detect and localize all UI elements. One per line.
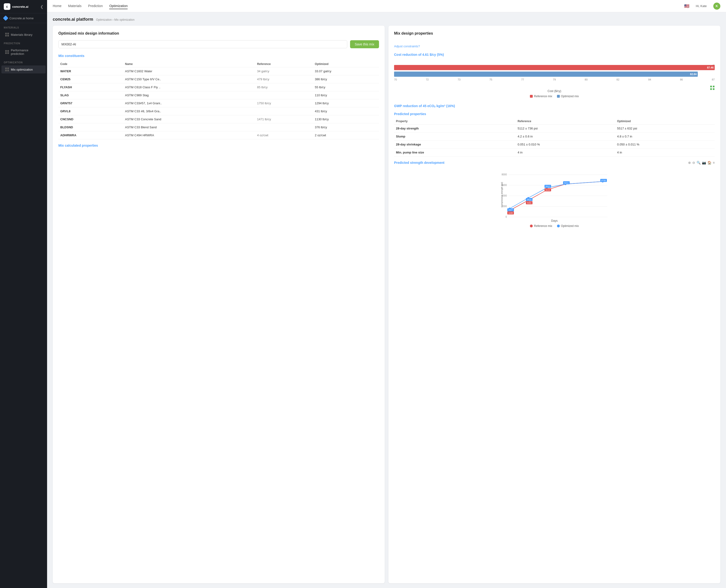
cell-optimized: 386 lb/cy [313, 75, 379, 83]
cell-code: WATER [58, 67, 123, 75]
cost-bar-chart: ≡ 87.46 82.84 70 [394, 64, 715, 98]
sidebar-collapse-icon[interactable]: ❮ [40, 4, 43, 9]
pred-optimized: 4.8 ± 0.7 in [615, 132, 715, 141]
bar-legend: Reference mix Optimized mix [394, 94, 715, 98]
svg-rect-0 [710, 86, 712, 87]
strength-chart: 0 2000 4000 6000 8000 Compressive streng… [394, 166, 715, 218]
cell-code: GRNT57 [58, 99, 123, 107]
zoom-out-icon[interactable]: ⊖ [692, 161, 695, 165]
cell-reference: 1750 lb/cy [255, 99, 313, 107]
pred-table-row: 28-day shrinkage 0.051 ± 0.010 % 0.050 ±… [394, 141, 715, 149]
download-icon[interactable]: 📷 [702, 161, 706, 165]
nav-materials[interactable]: Materials [68, 3, 81, 9]
cell-name: ASTM C33 #8, 3/8x4 Gra.. [123, 107, 255, 115]
nav-prediction[interactable]: Prediction [88, 3, 103, 9]
sidebar-item-mix-optimization[interactable]: Mix optimization [1, 65, 46, 74]
home-icon[interactable]: 🏠 [707, 161, 711, 165]
svg-text:5517: 5517 [546, 185, 550, 188]
svg-text:3181: 3181 [527, 202, 532, 204]
cell-name: ASTM C33#57, 1x4 Grani.. [123, 99, 255, 107]
magnify-icon[interactable]: 🔍 [697, 161, 701, 165]
svg-text:1245: 1245 [509, 212, 513, 214]
menu-icon[interactable]: ≡ [713, 161, 715, 165]
days-axis-label: Days [394, 219, 715, 223]
cost-reduction-label: Cost reduction of 4.61 $/cy (5%) [394, 53, 715, 57]
logo-text: concrete.ai [12, 5, 28, 8]
cell-reference: 34 gal/cy [255, 67, 313, 75]
zoom-in-icon[interactable]: ⊕ [688, 161, 691, 165]
mix-optimization-icon [5, 67, 9, 71]
cell-name: ASTM C494 HRWRA [123, 131, 255, 139]
bar-optimized: 82.84 [394, 71, 698, 77]
cell-code: CEM25 [58, 75, 123, 83]
bar-chart-grid-icon[interactable] [710, 85, 715, 91]
sidebar-item-materials-library[interactable]: Materials library [1, 30, 46, 39]
strength-legend-opt: Optimized mix [557, 224, 579, 228]
sidebar-item-label: Performance prediction [11, 48, 42, 56]
cell-name: ASTM C150 Type II/V Ce.. [123, 75, 255, 83]
predicted-properties-section: Predicted properties Property Reference … [394, 112, 715, 156]
col-reference: Reference [255, 61, 313, 67]
svg-text:8000: 8000 [502, 173, 507, 176]
cell-code: BLDSND [58, 123, 123, 131]
svg-text:3614: 3614 [527, 198, 532, 201]
col-name: Name [123, 61, 255, 67]
bar-ref-row: 87.46 [394, 65, 715, 70]
svg-rect-1 [713, 86, 714, 87]
cell-reference: 479 lb/cy [255, 75, 313, 83]
mix-id-row: Save this mix [58, 40, 379, 48]
cell-code: SLAG [58, 91, 123, 99]
sidebar-section-materials: MATERIALS [0, 23, 47, 30]
strength-legend-opt-dot [557, 225, 560, 227]
legend-opt-dot [557, 95, 560, 98]
strength-legend-ref: Reference mix [530, 224, 552, 228]
pred-property: 28-day shrinkage [394, 141, 516, 149]
pred-col-optimized: Optimized [615, 118, 715, 125]
strength-legend-ref-dot [530, 225, 533, 227]
pred-col-property: Property [394, 118, 516, 125]
save-button[interactable]: Save this mix [350, 40, 379, 48]
gwp-reduction-label: GWP reduction of 45 eCO₂ kg/m³ (16%) [394, 104, 715, 108]
pred-property: 28-day strength [394, 125, 516, 132]
pred-optimized: 4 in [615, 149, 715, 156]
strength-chart-title: Predicted strength development [394, 161, 444, 165]
legend-opt: Optimized mix [557, 94, 579, 98]
legend-ref-dot [530, 95, 533, 98]
sidebar-home-item[interactable]: Concrete.ai home [0, 14, 47, 23]
left-card: Optimized mix design information Save th… [53, 26, 385, 583]
svg-text:5112: 5112 [546, 189, 550, 191]
predicted-props-title: Predicted properties [394, 112, 715, 116]
main-columns: Optimized mix design information Save th… [53, 26, 720, 583]
pred-optimized: 0.050 ± 0.011 % [615, 141, 715, 149]
nav-home[interactable]: Home [53, 3, 61, 9]
mix-table: Code Name Reference Optimized WATER ASTM… [58, 61, 379, 139]
svg-text:1627: 1627 [509, 209, 513, 211]
user-avatar[interactable]: K [713, 3, 720, 9]
cell-optimized: 1130 lb/cy [313, 115, 379, 123]
cell-reference [255, 91, 313, 99]
grid-icon-svg [710, 85, 715, 90]
sidebar-section-prediction: PREDICTION [0, 39, 47, 46]
sidebar-item-performance-prediction[interactable]: Performance prediction [1, 46, 46, 58]
pred-reference: 4.2 ± 0.6 in [516, 132, 615, 141]
cell-optimized: 110 lb/cy [313, 91, 379, 99]
performance-prediction-icon [5, 50, 9, 54]
nav-optimization[interactable]: Optimization [109, 3, 128, 9]
cell-optimized: 376 lb/cy [313, 123, 379, 131]
mix-id-input[interactable] [58, 40, 347, 48]
pred-col-reference: Reference [516, 118, 615, 125]
table-row: ADHRWRA ASTM C494 HRWRA 4 oz/cwt 2 oz/cw… [58, 131, 379, 139]
cell-name: ASTM C1602 Water [123, 67, 255, 75]
table-row: CEM25 ASTM C150 Type II/V Ce.. 479 lb/cy… [58, 75, 379, 83]
adjust-constraints-link[interactable]: Adjust constraints? [394, 44, 715, 48]
bar-opt-label: 82.84 [690, 73, 697, 76]
calc-properties-link[interactable]: Mix calculated properties [58, 144, 98, 147]
table-row: WATER ASTM C1602 Water 34 gal/cy 33.07 g… [58, 67, 379, 75]
language-flag[interactable]: 🇺🇸 [684, 3, 689, 9]
predicted-props-table: Property Reference Optimized 28-day stre… [394, 118, 715, 156]
strength-legend: Reference mix Optimized mix [394, 224, 715, 228]
sidebar-item-label: Materials library [11, 33, 33, 37]
strength-chart-header: Predicted strength development ⊕ ⊖ 🔍 📷 🏠… [394, 161, 715, 165]
cell-name: ASTM C33 Blend Sand [123, 123, 255, 131]
cell-optimized: 1294 lb/cy [313, 99, 379, 107]
